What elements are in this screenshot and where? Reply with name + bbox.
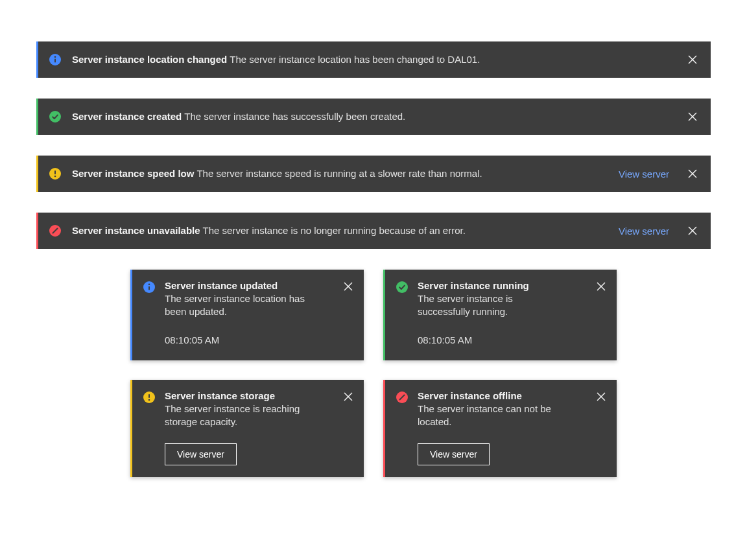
toast-body: The server instance can not be located.	[418, 402, 560, 429]
inline-notification-warning: Server instance speed low The server ins…	[36, 156, 711, 192]
notification-title: Server instance created	[72, 110, 182, 123]
view-server-button[interactable]: View server	[418, 443, 490, 465]
toast-grid: Server instance updated The server insta…	[36, 270, 711, 477]
close-button[interactable]	[340, 279, 356, 294]
checkmark-icon	[49, 110, 62, 123]
info-icon	[143, 281, 156, 294]
inline-notification-error: Server instance unavailable The server i…	[36, 213, 711, 249]
close-button[interactable]	[340, 389, 356, 404]
error-icon	[49, 224, 62, 237]
toast-title: Server instance storage	[165, 390, 355, 401]
view-server-link[interactable]: View server	[619, 226, 669, 237]
close-button[interactable]	[685, 52, 700, 67]
toast-timestamp: 08:10:05 AM	[418, 334, 608, 345]
view-server-link[interactable]: View server	[619, 169, 669, 180]
toast-timestamp: 08:10:05 AM	[165, 334, 355, 345]
toast-title: Server instance running	[418, 280, 608, 291]
view-server-button[interactable]: View server	[165, 443, 237, 465]
close-button[interactable]	[685, 109, 700, 124]
checkmark-icon	[396, 281, 409, 294]
toast-title: Server instance updated	[165, 280, 355, 291]
toast-body: The server instance is reaching storage …	[165, 402, 307, 429]
inline-notification-success: Server instance created The server insta…	[36, 99, 711, 135]
info-icon	[49, 53, 62, 66]
error-icon	[396, 391, 409, 404]
warning-icon	[49, 167, 62, 180]
notification-text: Server instance speed low The server ins…	[72, 167, 603, 180]
close-button[interactable]	[593, 389, 609, 404]
inline-notification-info: Server instance location changed The ser…	[36, 41, 711, 78]
notification-title: Server instance speed low	[72, 167, 194, 180]
notification-body: The server instance is no longer running…	[203, 224, 466, 237]
toast-notification-warning: Server instance storage The server insta…	[130, 380, 364, 477]
notification-body: The server instance has successfully bee…	[184, 110, 405, 123]
toast-body: The server instance is successfully runn…	[418, 292, 560, 319]
notification-text: Server instance unavailable The server i…	[72, 224, 603, 237]
toast-body: The server instance location has been up…	[165, 292, 307, 319]
close-button[interactable]	[685, 223, 700, 239]
toast-notification-error: Server instance offline The server insta…	[383, 380, 617, 477]
close-button[interactable]	[685, 166, 700, 181]
notification-body: The server instance speed is running at …	[196, 167, 482, 180]
notification-title: Server instance location changed	[72, 53, 227, 66]
toast-notification-success: Server instance running The server insta…	[383, 270, 617, 360]
close-button[interactable]	[593, 279, 609, 294]
toast-title: Server instance offline	[418, 390, 608, 401]
notification-body: The server instance location has been ch…	[230, 53, 480, 66]
toast-notification-info: Server instance updated The server insta…	[130, 270, 364, 360]
notification-title: Server instance unavailable	[72, 224, 200, 237]
notification-text: Server instance created The server insta…	[72, 110, 685, 123]
warning-icon	[143, 391, 156, 404]
notification-text: Server instance location changed The ser…	[72, 53, 685, 66]
